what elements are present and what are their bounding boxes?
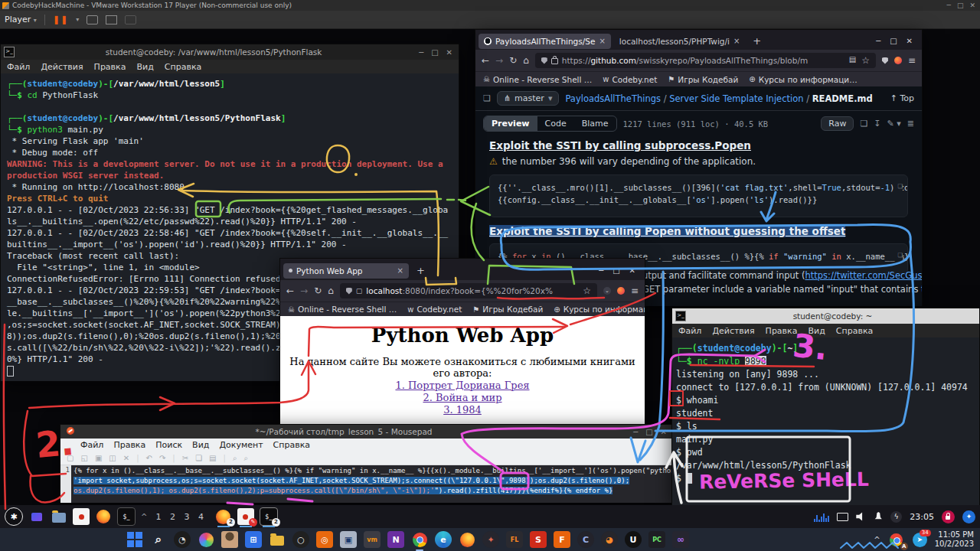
menu-icon[interactable]: ≡ bbox=[908, 55, 916, 66]
menu-item-поиск[interactable]: Поиск bbox=[155, 440, 182, 450]
maximize-button[interactable]: □ bbox=[645, 428, 652, 436]
taskbar-icon-edge[interactable]: e bbox=[435, 531, 452, 548]
back-icon[interactable]: ← bbox=[286, 285, 294, 296]
tray-chrome-icon[interactable]: A bbox=[888, 531, 905, 548]
taskbar-terminal-running[interactable]: $_2 bbox=[260, 507, 278, 526]
url-bar[interactable]: ▢ localhost:8080/index?book={%%20for%20x… bbox=[340, 283, 597, 298]
desktop-pager-icon[interactable] bbox=[28, 508, 45, 525]
maximize-button[interactable]: □ bbox=[890, 37, 897, 45]
outline-icon[interactable]: ≣ bbox=[907, 119, 914, 129]
menu-item-файл[interactable]: Файл bbox=[7, 62, 30, 72]
tab-localhost-phptwig[interactable]: localhost/lesson5/PHPTwig/i × bbox=[614, 34, 746, 49]
menu-item-вид[interactable]: Вид bbox=[192, 440, 209, 450]
taskbar-icon-resolve[interactable]: ✦ bbox=[482, 531, 499, 548]
open-icon[interactable]: ◱ bbox=[80, 454, 87, 462]
save-as-icon[interactable]: ◫ bbox=[109, 454, 116, 462]
taskbar-icon-virtualbox[interactable]: ▣ bbox=[340, 531, 357, 548]
menu-item-документ[interactable]: Документ bbox=[219, 440, 263, 450]
minimize-button[interactable]: ─ bbox=[947, 2, 951, 9]
copy-icon[interactable]: ❏ bbox=[195, 454, 202, 462]
pause-vm-button[interactable]: ❚❚ bbox=[53, 15, 68, 24]
copy-icon[interactable]: ❏ bbox=[860, 119, 867, 129]
taskbar-icon-blender[interactable]: ◕ bbox=[601, 531, 618, 548]
url-bar[interactable]: https://github.com/swisskyrepo/PayloadsA… bbox=[535, 53, 876, 68]
bookmark-star-icon[interactable]: ☆ bbox=[583, 285, 591, 296]
menu-item-вид[interactable]: Вид bbox=[136, 62, 153, 72]
file-manager-icon[interactable] bbox=[51, 508, 67, 525]
home-icon[interactable]: ⌂ bbox=[328, 285, 334, 296]
menu-item-правка[interactable]: Правка bbox=[113, 440, 145, 450]
taskbar-icon-portrait[interactable] bbox=[221, 531, 238, 548]
tray-app-icon[interactable]: ✦ bbox=[962, 510, 975, 523]
taskbar-icon-app-dark[interactable]: ○ bbox=[292, 531, 309, 548]
menu-item-справка[interactable]: Справка bbox=[836, 326, 873, 336]
book-link-2[interactable]: 2. Война и мир bbox=[280, 392, 645, 403]
editor-text[interactable]: {% for x in ().__class__.__base__.__subc… bbox=[71, 465, 673, 503]
maximize-button[interactable]: □ bbox=[431, 48, 438, 57]
bookmark-item[interactable]: ⚑Игры Кодебай bbox=[472, 305, 543, 314]
minimize-button[interactable]: ─ bbox=[876, 37, 880, 45]
fullscreen-icon[interactable] bbox=[106, 15, 117, 24]
taskbar-icon-gauge[interactable]: ◔ bbox=[174, 531, 191, 548]
taskbar-icon-firefox[interactable] bbox=[459, 531, 475, 548]
edit-icon[interactable]: ✎ ▾ bbox=[887, 119, 901, 129]
maximize-button[interactable]: □ bbox=[612, 266, 619, 275]
menu-item-правка[interactable]: Правка bbox=[766, 326, 798, 336]
taskbar-icon-calendar[interactable]: ⊞ bbox=[245, 531, 262, 548]
codeby-logo-icon[interactable]: ✱ bbox=[5, 507, 23, 526]
notifications-bell-icon[interactable] bbox=[874, 512, 883, 521]
bookmark-item[interactable]: ☠Online - Reverse Shell … bbox=[288, 305, 397, 314]
taskbar-icon-cinema4d[interactable]: C bbox=[577, 531, 594, 548]
mousepad-pin-icon[interactable] bbox=[73, 508, 90, 525]
menu-item-справка[interactable]: Справка bbox=[273, 440, 310, 450]
new-tab-button[interactable]: + bbox=[748, 35, 766, 47]
tab-close-icon[interactable]: × bbox=[599, 37, 605, 45]
bookmark-item[interactable]: ⚑Игры Кодебай bbox=[668, 75, 738, 84]
vm-clock[interactable]: 23:05 bbox=[910, 512, 934, 522]
book-link-1[interactable]: 1. Портрет Дориана Грея bbox=[280, 380, 645, 391]
replace-icon[interactable]: ⌕ bbox=[244, 454, 249, 463]
tab-blame[interactable]: Blame bbox=[574, 116, 616, 131]
taskbar-icon-pycharm[interactable]: PC bbox=[648, 531, 665, 548]
raw-button[interactable]: Raw bbox=[821, 116, 854, 131]
breadcrumb-folder[interactable]: Server Side Template Injection bbox=[669, 93, 803, 104]
heading-popen-offset[interactable]: Exploit the SSTI by calling Popen withou… bbox=[475, 222, 922, 239]
home-icon[interactable]: ⌂ bbox=[523, 55, 529, 66]
taskbar-icon-search[interactable]: ⌕ bbox=[150, 531, 167, 548]
bookmark-star-icon[interactable]: ☆ bbox=[861, 55, 870, 66]
reload-icon[interactable]: ↻ bbox=[314, 285, 322, 296]
pause-dropdown-icon[interactable]: ▾ bbox=[76, 16, 79, 23]
windows-clock[interactable]: 11:05 PM 10/2/2023 bbox=[935, 530, 974, 549]
save-icon[interactable]: ▣ bbox=[95, 454, 102, 462]
close-button[interactable]: ✕ bbox=[629, 266, 635, 275]
player-menu[interactable]: Player ▾ bbox=[5, 15, 37, 24]
keepass-lock-icon[interactable] bbox=[942, 510, 955, 523]
tray-telegram-icon[interactable]: ➤34 bbox=[913, 533, 927, 547]
taskbar-icon-start[interactable] bbox=[126, 531, 143, 548]
pocket-icon[interactable]: ⌄ bbox=[603, 287, 611, 295]
cut-icon[interactable]: ✂ bbox=[182, 454, 188, 462]
taskbar-icon-onenote[interactable]: N bbox=[387, 531, 404, 548]
volume-icon[interactable] bbox=[856, 512, 866, 521]
tracking-shield-icon[interactable] bbox=[346, 288, 352, 295]
taskbar-icon-vmware[interactable]: vm bbox=[364, 531, 381, 548]
taskbar-icon-folder[interactable] bbox=[269, 531, 286, 548]
paste-icon[interactable]: ▤ bbox=[209, 454, 216, 462]
tab-close-icon[interactable]: × bbox=[397, 266, 403, 275]
terminal2-body[interactable]: ┌──(student@codeby)-[~]└─$ nc -nvlp 9898… bbox=[672, 337, 979, 506]
search-icon[interactable]: ⌕ bbox=[233, 454, 237, 463]
close-button[interactable]: ✕ bbox=[446, 48, 452, 57]
minimize-button[interactable]: ─ bbox=[599, 266, 603, 275]
mousepad-titlebar[interactable]: *~/Рабочий стол/tmp_lesson_5 - Mousepad … bbox=[60, 425, 673, 439]
taskbar-icon-adobe-f[interactable]: F bbox=[554, 531, 570, 548]
minimize-button[interactable]: ─ bbox=[419, 48, 423, 57]
protections-icon[interactable] bbox=[882, 57, 888, 64]
breadcrumb-repo[interactable]: PayloadsAllTheThings bbox=[565, 93, 661, 104]
firefox-pin-icon[interactable] bbox=[95, 508, 112, 525]
reload-icon[interactable]: ↻ bbox=[509, 55, 517, 66]
minimize-button[interactable]: ─ bbox=[633, 428, 638, 436]
menu-item-файл[interactable]: Файл bbox=[678, 326, 701, 336]
bookmark-item[interactable]: wCodeby.net bbox=[407, 305, 462, 314]
menu-icon[interactable]: ≡ bbox=[631, 285, 639, 296]
download-icon[interactable]: ↧ bbox=[874, 119, 880, 129]
